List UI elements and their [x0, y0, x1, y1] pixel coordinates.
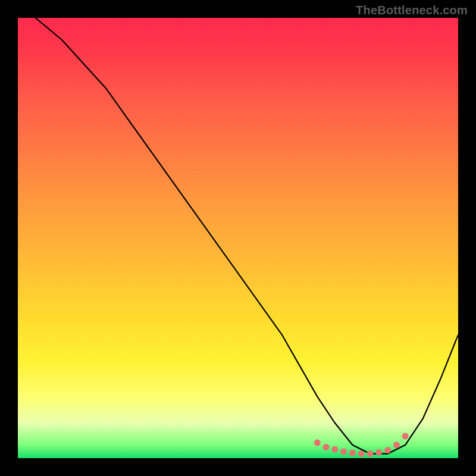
watermark-text: TheBottleneck.com [356, 4, 468, 17]
curve-marker [367, 450, 374, 457]
curve-marker [375, 449, 382, 456]
curve-marker [358, 450, 365, 457]
curve-marker [384, 447, 391, 453]
curve-marker-group [314, 433, 409, 458]
chart-frame: TheBottleneck.com [0, 0, 476, 476]
curve-marker [402, 433, 409, 440]
curve-marker [323, 444, 330, 450]
curve-marker [331, 446, 338, 453]
curve-marker [349, 450, 356, 456]
curve-marker [340, 448, 347, 455]
bottleneck-curve [18, 18, 458, 458]
curve-marker [393, 441, 400, 448]
plot-area [18, 18, 458, 458]
curve-path [36, 18, 458, 454]
curve-marker [314, 440, 321, 446]
